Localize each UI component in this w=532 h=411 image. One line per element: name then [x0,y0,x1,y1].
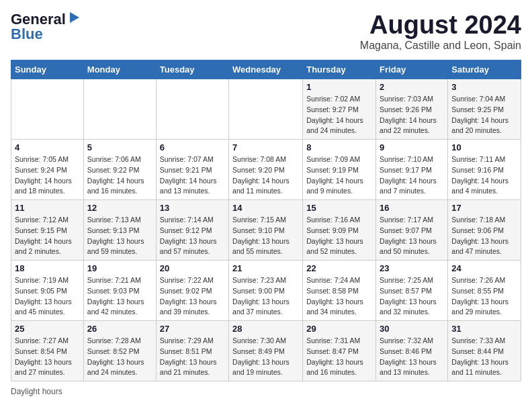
table-cell: 2 Sunrise: 7:03 AMSunset: 9:26 PMDayligh… [376,79,448,140]
day-number: 15 [306,203,372,213]
logo-blue: Blue [11,26,43,43]
header-saturday: Saturday [448,60,521,79]
day-number: 28 [232,324,299,334]
day-info: Sunrise: 7:30 AMSunset: 8:49 PMDaylight:… [232,336,290,376]
day-info: Sunrise: 7:02 AMSunset: 9:27 PMDaylight:… [306,95,363,134]
day-number: 20 [160,263,225,273]
day-info: Sunrise: 7:22 AMSunset: 9:02 PMDaylight:… [160,276,217,316]
page-title: August 2024 [360,11,521,40]
calendar-table: SundayMondayTuesdayWednesdayThursdayFrid… [11,60,521,381]
day-info: Sunrise: 7:16 AMSunset: 9:09 PMDaylight:… [306,216,363,255]
day-info: Sunrise: 7:27 AMSunset: 8:54 PMDaylight:… [15,336,72,376]
table-cell: 20 Sunrise: 7:22 AMSunset: 9:02 PMDaylig… [156,261,228,321]
day-info: Sunrise: 7:29 AMSunset: 8:51 PMDaylight:… [160,336,217,376]
table-cell: 7 Sunrise: 7:08 AMSunset: 9:20 PMDayligh… [229,140,303,200]
day-number: 13 [160,203,225,213]
day-number: 22 [306,263,372,273]
header-monday: Monday [83,60,156,79]
day-number: 2 [380,82,444,92]
day-number: 29 [306,324,372,334]
day-number: 25 [15,324,80,334]
day-info: Sunrise: 7:19 AMSunset: 9:05 PMDaylight:… [15,276,72,316]
table-cell: 14 Sunrise: 7:15 AMSunset: 9:10 PMDaylig… [229,200,303,261]
week-row-4: 18 Sunrise: 7:19 AMSunset: 9:05 PMDaylig… [11,261,521,321]
table-cell: 24 Sunrise: 7:26 AMSunset: 8:55 PMDaylig… [448,261,521,321]
day-number: 3 [451,82,517,92]
table-cell [156,79,228,140]
day-info: Sunrise: 7:05 AMSunset: 9:24 PMDaylight:… [15,155,72,195]
day-info: Sunrise: 7:32 AMSunset: 8:46 PMDaylight:… [380,336,437,376]
footer-note: Daylight hours [11,387,521,396]
table-cell: 17 Sunrise: 7:18 AMSunset: 9:06 PMDaylig… [448,200,521,261]
table-cell: 28 Sunrise: 7:30 AMSunset: 8:49 PMDaylig… [229,321,303,381]
day-info: Sunrise: 7:31 AMSunset: 8:47 PMDaylight:… [306,336,363,376]
day-number: 8 [306,142,372,152]
day-info: Sunrise: 7:09 AMSunset: 9:19 PMDaylight:… [306,155,363,195]
table-cell: 1 Sunrise: 7:02 AMSunset: 9:27 PMDayligh… [303,79,376,140]
table-cell: 10 Sunrise: 7:11 AMSunset: 9:16 PMDaylig… [448,140,521,200]
title-area: August 2024 Magana, Castille and Leon, S… [360,11,521,52]
day-info: Sunrise: 7:26 AMSunset: 8:55 PMDaylight:… [451,276,508,316]
logo-icon [67,11,82,26]
day-number: 14 [232,203,299,213]
header-thursday: Thursday [303,60,376,79]
week-row-5: 25 Sunrise: 7:27 AMSunset: 8:54 PMDaylig… [11,321,521,381]
table-cell: 11 Sunrise: 7:12 AMSunset: 9:15 PMDaylig… [11,200,84,261]
day-info: Sunrise: 7:24 AMSunset: 8:58 PMDaylight:… [306,276,363,316]
table-cell: 12 Sunrise: 7:13 AMSunset: 9:13 PMDaylig… [83,200,156,261]
table-cell [83,79,156,140]
table-cell: 5 Sunrise: 7:06 AMSunset: 9:22 PMDayligh… [83,140,156,200]
table-cell: 30 Sunrise: 7:32 AMSunset: 8:46 PMDaylig… [376,321,448,381]
day-number: 19 [87,263,152,273]
day-info: Sunrise: 7:04 AMSunset: 9:25 PMDaylight:… [451,95,508,134]
day-info: Sunrise: 7:28 AMSunset: 8:52 PMDaylight:… [87,336,144,376]
header-row: SundayMondayTuesdayWednesdayThursdayFrid… [11,60,521,79]
table-cell: 19 Sunrise: 7:21 AMSunset: 9:03 PMDaylig… [83,261,156,321]
table-cell: 29 Sunrise: 7:31 AMSunset: 8:47 PMDaylig… [303,321,376,381]
day-number: 27 [160,324,225,334]
svg-marker-0 [70,12,79,23]
day-number: 6 [160,142,225,152]
table-cell: 13 Sunrise: 7:14 AMSunset: 9:12 PMDaylig… [156,200,228,261]
header: General Blue August 2024 Magana, Castill… [11,11,521,52]
day-info: Sunrise: 7:12 AMSunset: 9:15 PMDaylight:… [15,216,72,255]
header-friday: Friday [376,60,448,79]
day-info: Sunrise: 7:23 AMSunset: 9:00 PMDaylight:… [232,276,290,316]
table-cell: 27 Sunrise: 7:29 AMSunset: 8:51 PMDaylig… [156,321,228,381]
header-tuesday: Tuesday [156,60,228,79]
day-number: 24 [451,263,517,273]
day-info: Sunrise: 7:08 AMSunset: 9:20 PMDaylight:… [232,155,290,195]
week-row-1: 1 Sunrise: 7:02 AMSunset: 9:27 PMDayligh… [11,79,521,140]
header-sunday: Sunday [11,60,84,79]
day-info: Sunrise: 7:15 AMSunset: 9:10 PMDaylight:… [232,216,290,255]
logo: General Blue [11,11,82,43]
table-cell: 6 Sunrise: 7:07 AMSunset: 9:21 PMDayligh… [156,140,228,200]
day-number: 5 [87,142,152,152]
table-cell: 18 Sunrise: 7:19 AMSunset: 9:05 PMDaylig… [11,261,84,321]
table-cell: 21 Sunrise: 7:23 AMSunset: 9:00 PMDaylig… [229,261,303,321]
day-number: 7 [232,142,299,152]
day-info: Sunrise: 7:06 AMSunset: 9:22 PMDaylight:… [87,155,144,195]
table-cell: 9 Sunrise: 7:10 AMSunset: 9:17 PMDayligh… [376,140,448,200]
day-info: Sunrise: 7:18 AMSunset: 9:06 PMDaylight:… [451,216,508,255]
day-info: Sunrise: 7:11 AMSunset: 9:16 PMDaylight:… [451,155,508,195]
table-cell: 23 Sunrise: 7:25 AMSunset: 8:57 PMDaylig… [376,261,448,321]
page-subtitle: Magana, Castille and Leon, Spain [360,40,521,52]
day-number: 12 [87,203,152,213]
table-cell: 31 Sunrise: 7:33 AMSunset: 8:44 PMDaylig… [448,321,521,381]
table-cell: 15 Sunrise: 7:16 AMSunset: 9:09 PMDaylig… [303,200,376,261]
day-info: Sunrise: 7:03 AMSunset: 9:26 PMDaylight:… [380,95,437,134]
table-cell: 8 Sunrise: 7:09 AMSunset: 9:19 PMDayligh… [303,140,376,200]
day-info: Sunrise: 7:10 AMSunset: 9:17 PMDaylight:… [380,155,437,195]
day-number: 18 [15,263,80,273]
table-cell: 16 Sunrise: 7:17 AMSunset: 9:07 PMDaylig… [376,200,448,261]
week-row-3: 11 Sunrise: 7:12 AMSunset: 9:15 PMDaylig… [11,200,521,261]
day-info: Sunrise: 7:07 AMSunset: 9:21 PMDaylight:… [160,155,217,195]
day-number: 9 [380,142,444,152]
table-cell: 3 Sunrise: 7:04 AMSunset: 9:25 PMDayligh… [448,79,521,140]
table-cell: 26 Sunrise: 7:28 AMSunset: 8:52 PMDaylig… [83,321,156,381]
day-number: 16 [380,203,444,213]
day-info: Sunrise: 7:25 AMSunset: 8:57 PMDaylight:… [380,276,437,316]
day-number: 30 [380,324,444,334]
day-number: 11 [15,203,80,213]
